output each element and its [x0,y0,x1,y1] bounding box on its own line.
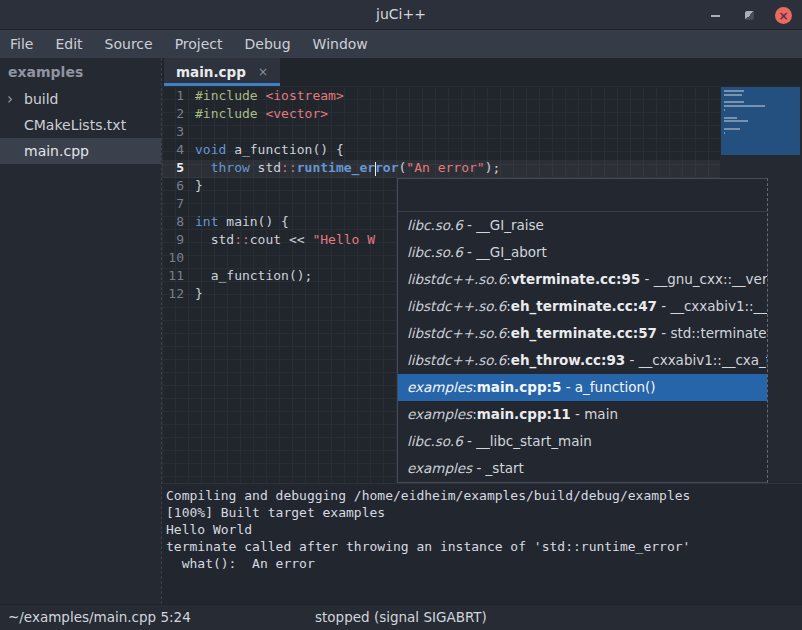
backtrace-popup: libc.so.6 - __GI_raiselibc.so.6 - __GI_a… [397,178,768,483]
sidebar-item-label: main.cpp [24,143,89,159]
line-number: 1 [162,88,190,106]
backtrace-row[interactable]: examples:main.cpp:5 - a_function() [398,374,767,401]
terminal-line: what(): An error [166,555,802,572]
line-number: 4 [162,142,190,160]
project-name-header: examples [0,58,161,86]
menu-item-window[interactable]: Window [313,36,368,52]
line-number: 10 [162,250,190,268]
minimize-button[interactable] [707,7,724,24]
restore-icon [745,11,754,20]
tab-close-icon[interactable]: × [258,65,268,79]
minimize-icon [711,15,720,17]
line-number: 5 [162,160,190,178]
backtrace-row[interactable]: libstdc++.so.6:eh_terminate.cc:47 - __cx… [398,293,767,320]
backtrace-row[interactable]: examples - _start [398,455,767,482]
tab-bar: main.cpp × [162,58,802,86]
code-line[interactable]: void a_function() { [195,142,720,160]
status-file-position: ~/examples/main.cpp 5:24 [8,609,191,625]
menu-item-debug[interactable]: Debug [245,36,291,52]
tab-label: main.cpp [176,64,246,80]
minimap-viewport [721,87,800,155]
menu-item-source[interactable]: Source [105,36,153,52]
file-tree-sidebar: examples ›buildCMakeLists.txtmain.cpp [0,58,161,604]
code-line[interactable]: #include <vector> [195,106,720,124]
backtrace-row[interactable]: examples:main.cpp:11 - main [398,401,767,428]
window-titlebar: juCi++ × [0,0,802,30]
terminal-line: Compiling and debugging /home/eidheim/ex… [166,487,802,504]
backtrace-row[interactable]: libc.so.6 - __libc_start_main [398,428,767,455]
sidebar-item-label: CMakeLists.txt [24,117,126,133]
close-icon: × [778,10,788,22]
backtrace-row[interactable]: libstdc++.so.6:eh_throw.cc:93 - __cxxabi… [398,347,767,374]
line-number: 12 [162,286,190,304]
code-line[interactable]: #include <iostream> [195,88,720,106]
terminal-line: [100%] Built target examples [166,504,802,521]
menu-item-edit[interactable]: Edit [55,36,82,52]
window-title: juCi++ [0,6,802,22]
line-number: 7 [162,196,190,214]
sidebar-item-build[interactable]: ›build [0,86,161,112]
line-number: 8 [162,214,190,232]
close-button[interactable]: × [775,7,792,24]
code-line[interactable] [195,124,720,142]
tab-maincpp[interactable]: main.cpp × [164,58,280,86]
line-number: 9 [162,232,190,250]
line-number: 6 [162,178,190,196]
menu-item-file[interactable]: File [10,36,33,52]
backtrace-row[interactable]: libstdc++.so.6:eh_terminate.cc:57 - std:… [398,320,767,347]
folder-chevron-icon[interactable]: › [7,86,13,112]
backtrace-row[interactable]: libc.so.6 - __GI_raise [398,212,767,239]
restore-button[interactable] [741,7,758,24]
line-number-gutter: 123456789101112 [162,88,190,304]
sidebar-item-cmakelists-txt[interactable]: CMakeLists.txt [0,112,161,138]
sidebar-item-label: build [24,91,58,107]
terminal-line: terminate called after throwing an insta… [166,538,802,555]
line-number: 2 [162,106,190,124]
backtrace-row[interactable]: libstdc++.so.6:vterminate.cc:95 - __gnu_… [398,266,767,293]
menubar: FileEditSourceProjectDebugWindow [0,30,802,58]
line-number: 11 [162,268,190,286]
sidebar-item-main-cpp[interactable]: main.cpp [0,138,161,164]
code-line[interactable]: throw std::runtime_error("An error"); [195,160,720,178]
backtrace-list: libc.so.6 - __GI_raiselibc.so.6 - __GI_a… [398,212,767,482]
status-bar: ~/examples/main.cpp 5:24 stopped (signal… [0,604,802,630]
juci-window: juCi++ × FileEditSourceProjectDebugWindo… [0,0,802,630]
file-tree: ›buildCMakeLists.txtmain.cpp [0,86,161,164]
popup-header [398,179,767,212]
terminal-output[interactable]: Compiling and debugging /home/eidheim/ex… [162,483,802,604]
backtrace-row[interactable]: libc.so.6 - __GI_abort [398,239,767,266]
menu-item-project[interactable]: Project [175,36,223,52]
line-number: 3 [162,124,190,142]
status-debug-state: stopped (signal SIGABRT) [315,609,487,625]
terminal-line: Hello World [166,521,802,538]
